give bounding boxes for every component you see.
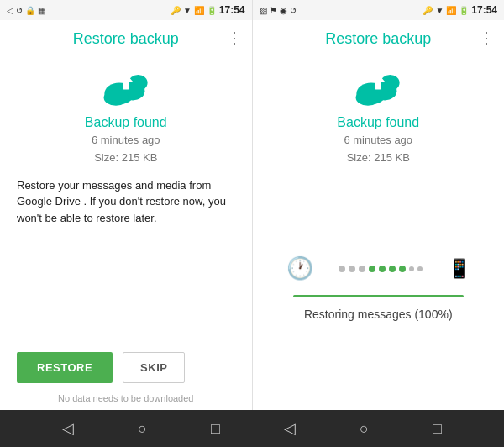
signal-icon-status: ▦ [38, 6, 45, 15]
left-backup-meta: 6 minutes ago Size: 215 KB [92, 132, 160, 167]
dot-6 [389, 266, 396, 272]
right-app-title: Restore backup [325, 30, 431, 48]
right-key-icon: 🔑 [423, 6, 433, 15]
right-backup-time: 6 minutes ago [344, 132, 412, 150]
right-status-left-icons: ▨ ⚑ ◉ ↺ [260, 6, 297, 15]
home-nav-button-right[interactable]: ○ [353, 413, 375, 444]
right-upload-cloud-icon [351, 68, 405, 108]
right-status-right-icons: 🔑 ▼ 📶 🔋 17:54 [423, 4, 497, 16]
svg-point-9 [356, 90, 381, 106]
dot-3 [359, 266, 365, 272]
recents-nav-button[interactable]: □ [204, 413, 227, 444]
time-right: 17:54 [471, 4, 497, 16]
wifi-icon: ▼ [183, 6, 192, 15]
left-menu-button[interactable]: ⋮ [227, 29, 242, 47]
history-icon: 🕐 [286, 255, 313, 281]
time-left: 17:54 [219, 4, 245, 16]
right-backup-size: Size: 215 KB [344, 150, 412, 167]
battery-icon: 🔋 [207, 6, 217, 15]
dot-9 [417, 266, 423, 271]
right-status-bar: ▨ ⚑ ◉ ↺ 🔑 ▼ 📶 🔋 17:54 [253, 0, 505, 20]
home-nav-button[interactable]: ○ [131, 413, 154, 444]
phone-icon: 📱 [448, 258, 470, 280]
recents-nav-button-right[interactable]: □ [426, 413, 449, 444]
right-backup-meta: 6 minutes ago Size: 215 KB [344, 132, 412, 167]
right-signal-icon: 📶 [446, 6, 456, 15]
upload-cloud-icon [99, 68, 153, 108]
key-icon: 🔑 [171, 6, 181, 15]
location-icon-status: ◉ [280, 6, 287, 15]
right-cloud-icon-container [351, 68, 405, 112]
restore-button[interactable]: RESTORE [17, 352, 113, 383]
lock-icon-status: 🔒 [25, 6, 35, 15]
back-nav-button[interactable]: ◁ [55, 413, 81, 444]
progress-track: 🕐 📱 [280, 255, 478, 281]
left-app-header: Restore backup ⋮ [0, 20, 252, 55]
svg-point-2 [103, 90, 128, 106]
right-battery-icon: 🔋 [459, 6, 469, 15]
grid-icon-status: ▨ [260, 6, 267, 15]
dot-2 [349, 266, 355, 272]
svg-marker-6 [119, 73, 133, 82]
left-panel: ◁ ↺ 🔒 ▦ 🔑 ▼ 📶 🔋 17:54 Restore backup ⋮ [0, 0, 253, 410]
left-content: Backup found 6 minutes ago Size: 215 KB … [0, 55, 252, 410]
left-backup-time: 6 minutes ago [92, 132, 160, 150]
dot-5 [379, 266, 386, 272]
right-content: Backup found 6 minutes ago Size: 215 KB … [253, 55, 505, 410]
svg-point-11 [381, 75, 399, 91]
refresh-icon-status: ↺ [16, 6, 23, 15]
bottom-nav: ◁ ○ □ ◁ ○ □ [0, 410, 504, 447]
left-description: Restore your messages and media from Goo… [13, 167, 239, 227]
left-status-right-icons: 🔑 ▼ 📶 🔋 17:54 [171, 4, 245, 16]
left-backup-found-label: Backup found [85, 115, 167, 130]
left-cloud-icon-container [99, 68, 153, 112]
left-no-data-note: No data needs to be downloaded [58, 390, 193, 410]
right-app-header: Restore backup ⋮ [253, 20, 505, 55]
left-status-left-icons: ◁ ↺ 🔒 ▦ [7, 6, 45, 15]
dot-8 [409, 266, 414, 271]
signal-strength-icon: 📶 [194, 6, 204, 15]
left-status-bar: ◁ ↺ 🔒 ▦ 🔑 ▼ 📶 🔋 17:54 [0, 0, 252, 20]
right-wifi-icon: ▼ [435, 6, 444, 15]
restoring-label: Restoring messages (100%) [304, 308, 453, 321]
dot-1 [339, 266, 345, 272]
back-icon-status: ◁ [7, 6, 13, 15]
right-panel: ▨ ⚑ ◉ ↺ 🔑 ▼ 📶 🔋 17:54 Restore backup ⋮ [253, 0, 505, 410]
left-buttons: RESTORE SKIP [13, 339, 188, 390]
svg-marker-13 [371, 73, 385, 82]
right-backup-found-label: Backup found [337, 115, 419, 130]
dot-4 [369, 266, 375, 272]
right-menu-button[interactable]: ⋮ [479, 29, 494, 47]
sync-icon-status: ↺ [290, 6, 297, 15]
progress-dots [320, 266, 442, 272]
progress-bar [293, 295, 465, 297]
flag-icon-status: ⚑ [270, 6, 277, 15]
skip-button[interactable]: SKIP [123, 352, 185, 383]
svg-point-4 [129, 75, 147, 91]
right-progress-area: 🕐 📱 [266, 167, 491, 410]
progress-fill [293, 295, 465, 297]
left-app-title: Restore backup [73, 30, 179, 48]
back-nav-button-right[interactable]: ◁ [277, 413, 302, 444]
dot-7 [399, 266, 406, 272]
left-backup-size: Size: 215 KB [92, 150, 160, 167]
